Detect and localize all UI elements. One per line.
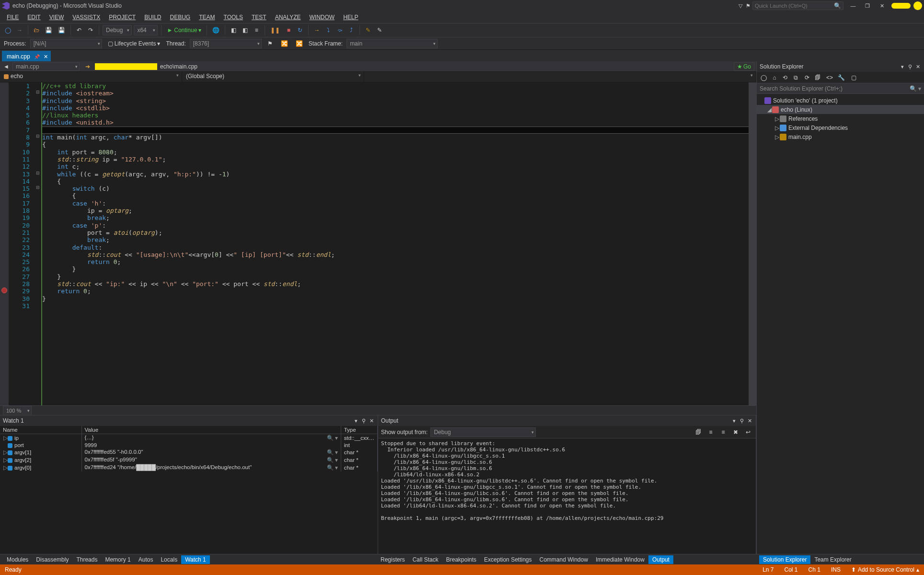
code-editor[interactable]: 1234567891011121314151617181920212223242…	[0, 82, 756, 405]
code-line[interactable]: }	[41, 273, 749, 280]
tool-tab[interactable]: Breakpoints	[442, 555, 480, 564]
se-code-icon[interactable]: <>	[824, 72, 835, 83]
save-all-button[interactable]: 💾	[56, 25, 67, 35]
step-out-button[interactable]: ⤴	[346, 25, 356, 35]
se-properties-icon[interactable]: 🔧	[836, 72, 847, 83]
menu-project[interactable]: PROJECT	[105, 13, 139, 22]
pin-icon[interactable]: 📌	[34, 54, 40, 59]
restore-button[interactable]: ❐	[861, 0, 874, 11]
out-goto-icon[interactable]: ≡	[706, 427, 716, 437]
restart-button[interactable]: ↻	[295, 25, 305, 35]
tree-item[interactable]: ▷External Dependencies	[757, 123, 924, 132]
add-source-control-button[interactable]: ⬆ Add to Source Control ▴	[851, 566, 919, 573]
watch-row[interactable]: ▷ip{…} 🔍 ▾std::__cxx…	[0, 434, 378, 442]
tree-item[interactable]: ◢echo (Linux)	[757, 105, 924, 114]
code-line[interactable]: {	[41, 141, 749, 148]
se-dropdown-icon[interactable]: ▾	[899, 63, 906, 70]
code-line[interactable]: case 'h':	[41, 200, 749, 207]
output-pin-icon[interactable]: ⚲	[739, 417, 745, 424]
code-line[interactable]: std::string ip = "127.0.0.1";	[41, 156, 749, 163]
tools2-button[interactable]: ✎	[375, 25, 384, 35]
step-into-button[interactable]: ⤵	[323, 25, 333, 35]
flag-icon[interactable]: ⚑	[266, 38, 275, 49]
tool-tab[interactable]: Team Explorer	[810, 555, 855, 564]
code-line[interactable]: //linux headers	[41, 112, 749, 119]
se-back-icon[interactable]: ◯	[759, 72, 769, 83]
code-line[interactable]: default:	[41, 244, 749, 251]
thread-filter-icon[interactable]: 🔀	[279, 38, 290, 49]
tree-item[interactable]: ▷main.cpp	[757, 132, 924, 141]
open-button[interactable]: 🗁	[32, 25, 41, 35]
code-line[interactable]: int c;	[41, 163, 749, 170]
menu-tools[interactable]: TOOLS	[220, 13, 247, 22]
code-line[interactable]: #include <string>	[41, 97, 749, 104]
tool-tab[interactable]: Exception Settings	[480, 555, 535, 564]
menu-window[interactable]: WINDOW	[305, 13, 338, 22]
undo-button[interactable]: ↶	[74, 25, 84, 35]
code-line[interactable]: return 0;	[41, 258, 749, 265]
code-line[interactable]	[41, 126, 749, 134]
tool-tab[interactable]: Disassembly	[32, 555, 72, 564]
toggle-button[interactable]: ◧	[229, 25, 238, 35]
menu-vassistx[interactable]: VASSISTX	[69, 13, 104, 22]
minimize-button[interactable]: —	[846, 0, 860, 11]
code-line[interactable]: }	[41, 295, 749, 302]
config-combo[interactable]: Debug	[103, 25, 132, 35]
code-line[interactable]: int port = 8080;	[41, 149, 749, 156]
tool-tab[interactable]: Call Stack	[409, 555, 442, 564]
watch-row[interactable]: port9999int	[0, 442, 378, 448]
project-scope-combo[interactable]: echo	[0, 72, 182, 82]
lifecycle-events-button[interactable]: ▢ Lifecycle Events ▾	[106, 38, 162, 49]
solution-tree[interactable]: Solution 'echo' (1 project)◢echo (Linux)…	[757, 94, 924, 554]
code-line[interactable]: #include <unistd.h>	[41, 119, 749, 126]
tool-tab[interactable]: Watch 1	[181, 555, 210, 564]
platform-combo[interactable]: x64	[134, 25, 158, 35]
stop-debug-button[interactable]: ■	[284, 25, 293, 35]
out-find-icon[interactable]: 🗐	[693, 427, 703, 437]
tool-tab[interactable]: Output	[648, 555, 673, 564]
se-refresh-icon[interactable]: ⟳	[802, 72, 812, 83]
out-clear-icon[interactable]: ✖	[731, 427, 740, 437]
continue-button[interactable]: ► Continue ▾	[165, 25, 203, 35]
menu-analyze[interactable]: ANALYZE	[271, 13, 305, 22]
code-line[interactable]: while ((c = getopt(argc, argv, "h:p:")) …	[41, 171, 749, 178]
breakpoint-icon[interactable]	[1, 288, 7, 293]
menu-help[interactable]: HELP	[339, 13, 362, 22]
tab-close-icon[interactable]: ✕	[44, 54, 48, 60]
out-prev-icon[interactable]: ≡	[718, 427, 728, 437]
watch-close-icon[interactable]: ✕	[368, 417, 375, 424]
watch-table[interactable]: Name Value Type ▷ip{…} 🔍 ▾std::__cxx… po…	[0, 426, 378, 472]
watch-pin-icon[interactable]: ⚲	[360, 417, 367, 424]
code-line[interactable]: break;	[41, 214, 749, 221]
menu-build[interactable]: BUILD	[140, 13, 165, 22]
code-line[interactable]: #include <iostream>	[41, 90, 749, 97]
tool-tab[interactable]: Solution Explorer	[759, 555, 810, 564]
process-combo[interactable]: [N/A]	[30, 39, 102, 48]
se-preview-icon[interactable]: ▢	[849, 72, 858, 83]
vertical-scrollbar[interactable]	[749, 82, 756, 405]
out-wrap-icon[interactable]: ↩	[743, 427, 753, 437]
output-close-icon[interactable]: ✕	[746, 417, 753, 424]
watch-row[interactable]: ▷argv[0]0x7fffffffed24 "/home/█████/proj…	[0, 464, 378, 472]
go-button[interactable]: ★Go	[734, 62, 754, 71]
thread-only-icon[interactable]: 🔀	[294, 38, 305, 49]
quick-launch-input[interactable]	[755, 3, 834, 9]
output-text[interactable]: Stopped due to shared library event: Inf…	[378, 438, 756, 554]
tool-tab[interactable]: Threads	[72, 555, 101, 564]
tool-tab[interactable]: Registers	[377, 555, 409, 564]
menu-team[interactable]: TEAM	[195, 13, 219, 22]
close-button[interactable]: ✕	[875, 0, 889, 11]
se-showall-icon[interactable]: 🗐	[813, 72, 822, 83]
se-search[interactable]: Search Solution Explorer (Ctrl+;) 🔍 ▾	[757, 83, 924, 94]
member-scope-combo[interactable]	[364, 72, 756, 82]
code-line[interactable]: {	[41, 178, 749, 185]
code-line[interactable]: ip = optarg;	[41, 207, 749, 214]
file-dropdown[interactable]: main.cpp	[12, 62, 80, 71]
se-close-icon[interactable]: ✕	[914, 63, 921, 70]
code-line[interactable]: port = atoi(optarg);	[41, 229, 749, 236]
step-over-button[interactable]: ⤼	[335, 25, 345, 35]
menu-debug[interactable]: DEBUG	[166, 13, 195, 22]
watch-row[interactable]: ▷argv[1]0x7fffffffed55 "-h0.0.0.0" 🔍 ▾ch…	[0, 448, 378, 456]
col-value[interactable]: Value	[81, 426, 341, 434]
code-line[interactable]: std::cout << "[usage]:\n\t"<<argv[0] <<"…	[41, 251, 749, 258]
